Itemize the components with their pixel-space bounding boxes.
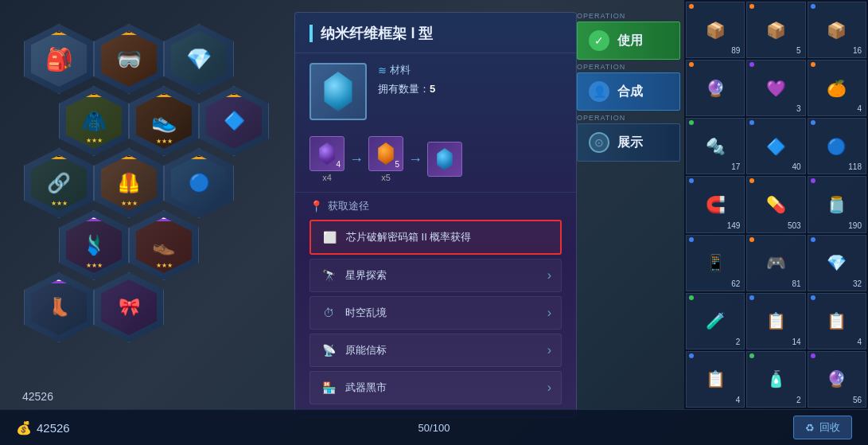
craft-arrow-2: → [408,151,422,168]
hex-item[interactable]: 🔵 +20 [164,148,234,218]
inv-icon: 🔮 [823,365,851,393]
acquisition-item-2[interactable]: ⏱ 时空乱境 › [309,296,562,330]
inv-count-12: 62 [731,279,740,288]
acquisition-item-0[interactable]: ⬜ 芯片破解密码箱 II 概率获得 [309,220,562,255]
inv-cell-12[interactable]: 📱 62 [686,235,745,291]
recycle-icon: ♻ [805,422,815,434]
craft-button[interactable]: 👤 合成 [577,72,680,111]
inv-cell-5[interactable]: 🍊 4 [808,60,866,116]
hex-item[interactable]: 👢 +20 [24,272,94,342]
panel-title-bar: 纳米纤维框架 Ⅰ 型 [295,13,576,53]
show-icon: ⊙ [589,132,609,153]
inv-cell-10[interactable]: 💊 503 [746,176,805,232]
inv-count-16: 14 [792,338,801,346]
quality-indicator [811,4,815,9]
hex-item[interactable]: 🎒 +20 [24,24,94,94]
hex-item[interactable]: 🔗 +20 ★★★ [24,148,94,218]
show-button[interactable]: ⊙ 展示 [577,123,680,162]
craft-label-2: x5 [381,173,391,182]
inv-cell-19[interactable]: 🧴 2 [746,351,805,408]
panel-title: 纳米纤维框架 Ⅰ 型 [321,24,433,43]
arrow-icon-3: › [547,343,551,357]
bottom-bar: 💰 42526 50/100 ♻ 回收 [0,409,868,445]
quality-indicator [689,62,694,67]
hex-item[interactable]: 🩱 +20 ★★★ [59,210,129,280]
show-label: 展示 [617,135,643,151]
inv-icon: 💜 [761,74,790,103]
item-info-section: ≋ 材料 拥有数量：5 [295,53,576,130]
hex-item[interactable]: 👟 +20 ★★★ [129,86,199,156]
inv-cell-3[interactable]: 🔮 [686,60,745,116]
craft-label-1: x4 [322,173,332,182]
inv-count-2: 16 [853,46,862,55]
inv-cell-20[interactable]: 🔮 56 [808,351,866,408]
inv-icon: 📦 [761,16,790,45]
inv-count-0: 89 [731,46,740,55]
hex-item[interactable]: 🦺 +20 ★★★ [94,148,164,218]
inv-icon: 🧲 [701,190,730,219]
inv-icon: 🫙 [823,190,851,219]
hex-item[interactable]: 🥽 +20 [94,24,164,94]
use-button[interactable]: ✓ 使用 [577,21,680,60]
quality-indicator [811,62,815,67]
inv-cell-6[interactable]: 🔩 17 [686,118,745,174]
inv-cell-15[interactable]: 🧪 2 [686,293,745,349]
inv-cell-9[interactable]: 🧲 149 [686,176,745,232]
inv-cell-16[interactable]: 📋 14 [746,293,805,349]
purple-crystal-icon [316,142,338,165]
quality-indicator [689,120,694,125]
acquisition-item-3[interactable]: 📡 原能信标 › [309,334,562,367]
hex-item[interactable]: 💎 [164,24,234,94]
inv-cell-11[interactable]: 🫙 190 [808,176,866,232]
item-crystal-icon [318,72,358,111]
op-label-use: OPERATION [577,12,680,20]
inv-icon: 🔮 [701,74,730,103]
chip-icon: ⬜ [321,228,338,246]
hex-item[interactable]: 🎀 [94,272,164,342]
recycle-button[interactable]: ♻ 回收 [793,416,852,439]
inv-icon: 💊 [761,190,790,219]
quality-indicator [749,120,754,125]
inv-cell-4[interactable]: 💜 3 [746,60,805,116]
craft-result [427,142,462,177]
quality-indicator [811,178,815,183]
acq-item-text-0: 芯片破解密码箱 II 概率获得 [346,230,551,244]
inv-icon: 🔵 [823,132,851,161]
acq-item-text-3: 原能信标 [345,343,547,357]
acquisition-item-4[interactable]: 🏪 武器黑市 › [309,371,562,404]
progress-display: 50/100 [418,422,450,434]
acquisition-item-1[interactable]: 🔭 星界探索 › [309,259,562,292]
op-label-show: OPERATION [577,114,680,122]
quality-indicator [749,4,754,9]
market-icon: 🏪 [320,379,337,396]
inv-cell-18[interactable]: 📋 4 [686,351,745,408]
craft-icon: 👤 [589,81,609,102]
inv-cell-1[interactable]: 📦 5 [746,2,805,58]
acq-item-text-2: 时空乱境 [345,306,547,320]
quality-indicator [811,120,815,125]
hex-item[interactable]: 🔷 +20 [199,86,269,156]
inv-cell-2[interactable]: 📦 16 [808,2,866,58]
hex-item[interactable]: 👞 +20 ★★★ [129,210,199,280]
item-type: ≋ 材料 [378,63,435,77]
inv-cell-8[interactable]: 🔵 118 [808,118,866,174]
acquisition-title: 📍 获取途径 [309,199,562,213]
inv-icon: 🎮 [761,248,790,277]
item-detail-panel: 纳米纤维框架 Ⅰ 型 ≋ 材料 拥有数量：5 4 x4 → [294,12,577,418]
inv-cell-17[interactable]: 📋 4 [808,293,866,349]
craft-arrow-1: → [349,151,364,168]
inv-count-20: 56 [853,396,862,404]
location-icon: 📍 [309,200,323,213]
currency-left: 42526 [22,390,53,403]
inv-count-17: 4 [857,338,862,346]
inv-icon: 🧴 [761,365,790,393]
inv-count-4: 3 [796,104,801,113]
inv-cell-14[interactable]: 💎 32 [808,235,866,291]
inv-cell-13[interactable]: 🎮 81 [746,235,805,291]
inv-cell-7[interactable]: 🔷 40 [746,118,805,174]
arrow-icon-4: › [547,381,551,395]
acq-item-text-4: 武器黑市 [345,381,547,395]
inv-cell-0[interactable]: 📦 89 [686,2,745,58]
explore-icon: 🔭 [320,267,337,284]
hex-item[interactable]: 🧥 +20 ★★★ [59,86,129,156]
